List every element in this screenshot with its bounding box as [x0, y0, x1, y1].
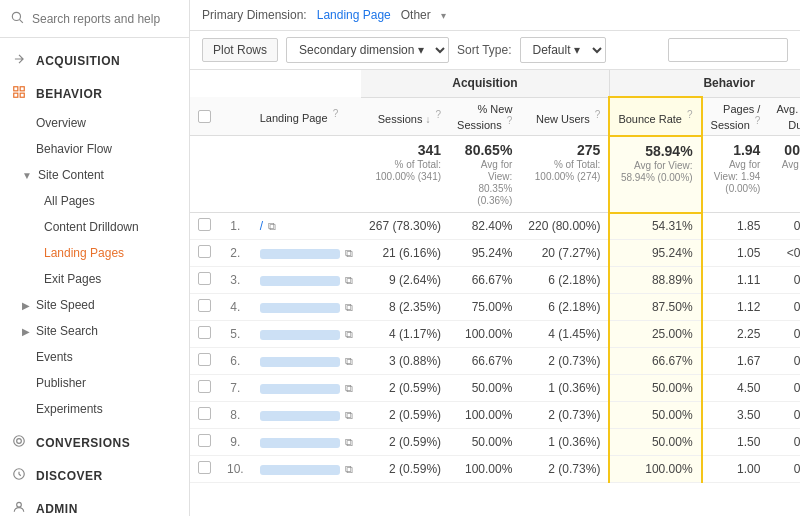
row-number: 5.	[219, 321, 252, 348]
row-page[interactable]: ⧉	[252, 429, 361, 456]
sort-type-select[interactable]: Default ▾	[520, 37, 606, 63]
sidebar-item-site-speed[interactable]: ▶ Site Speed	[0, 292, 189, 318]
sidebar-item-landing-pages[interactable]: Landing Pages	[0, 240, 189, 266]
sidebar-item-discover[interactable]: DISCOVER	[0, 459, 189, 492]
col-header-pct-new[interactable]: % NewSessions ?	[449, 97, 520, 136]
sidebar-item-content-drilldown[interactable]: Content Drilldown	[0, 214, 189, 240]
row-checkbox[interactable]	[198, 245, 211, 258]
row-page[interactable]: ⧉	[252, 321, 361, 348]
row-page[interactable]: ⧉	[252, 456, 361, 483]
row-page[interactable]: ⧉	[252, 240, 361, 267]
row-checkbox[interactable]	[198, 218, 211, 231]
sidebar-item-site-content[interactable]: ▼ Site Content	[0, 162, 189, 188]
sidebar-item-overview[interactable]: Overview	[0, 110, 189, 136]
primary-dim-value[interactable]: Landing Page	[317, 8, 391, 22]
plot-rows-button[interactable]: Plot Rows	[202, 38, 278, 62]
search-table-input[interactable]	[668, 38, 788, 62]
summary-sessions: 341	[369, 142, 441, 158]
data-table: Acquisition Behavior Landing Page ? Sess…	[190, 70, 800, 483]
row-page[interactable]: ⧉	[252, 294, 361, 321]
row-new-users: 6 (2.18%)	[520, 267, 609, 294]
row-avg-session: 00:00:07	[768, 267, 800, 294]
sidebar-item-conversions[interactable]: CONVERSIONS	[0, 426, 189, 459]
sidebar-item-events[interactable]: Events	[0, 344, 189, 370]
col-header-avg-session[interactable]: Avg. SessionDuration ?	[768, 97, 800, 136]
external-link-icon[interactable]: ⧉	[345, 382, 353, 394]
sidebar-item-all-pages[interactable]: All Pages	[0, 188, 189, 214]
sidebar-item-publisher[interactable]: Publisher	[0, 370, 189, 396]
row-pages-session: 4.50	[702, 375, 769, 402]
external-link-icon[interactable]: ⧉	[345, 436, 353, 448]
row-pct-new: 100.00%	[449, 402, 520, 429]
sidebar-item-exit-pages[interactable]: Exit Pages	[0, 266, 189, 292]
svg-rect-4	[14, 93, 18, 97]
row-checkbox[interactable]	[198, 434, 211, 447]
summary-bounce-rate: 58.94%	[618, 143, 692, 159]
sidebar-item-experiments[interactable]: Experiments	[0, 396, 189, 422]
data-table-wrap: Acquisition Behavior Landing Page ? Sess…	[190, 70, 800, 516]
row-checkbox[interactable]	[198, 299, 211, 312]
external-link-icon[interactable]: ⧉	[345, 463, 353, 475]
row-pages-session: 3.50	[702, 402, 769, 429]
sidebar-item-site-search[interactable]: ▶ Site Search	[0, 318, 189, 344]
triangle-right-icon: ▶	[22, 300, 30, 311]
row-checkbox[interactable]	[198, 326, 211, 339]
table-row: 8. ⧉2 (0.59%)100.00%2 (0.73%)50.00%3.500…	[190, 402, 800, 429]
col-header-landing-page[interactable]: Landing Page ?	[252, 97, 361, 136]
col-header-new-users[interactable]: New Users ?	[520, 97, 609, 136]
acquisition-icon	[12, 52, 26, 69]
row-checkbox[interactable]	[198, 407, 211, 420]
svg-rect-2	[14, 87, 18, 91]
search-input[interactable]	[32, 12, 179, 26]
sidebar-item-behavior-flow[interactable]: Behavior Flow	[0, 136, 189, 162]
external-link-icon[interactable]: ⧉	[345, 328, 353, 340]
row-checkbox[interactable]	[198, 272, 211, 285]
row-page[interactable]: ⧉	[252, 267, 361, 294]
row-checkbox[interactable]	[198, 380, 211, 393]
row-pct-new: 95.24%	[449, 240, 520, 267]
col-header-sessions[interactable]: Sessions ↓ ?	[361, 97, 449, 136]
row-sessions: 4 (1.17%)	[361, 321, 449, 348]
row-checkbox[interactable]	[198, 353, 211, 366]
external-link-icon[interactable]: ⧉	[345, 355, 353, 367]
external-link-icon[interactable]: ⧉	[268, 220, 276, 232]
row-number: 4.	[219, 294, 252, 321]
col-header-bounce-rate[interactable]: Bounce Rate ?	[609, 97, 701, 136]
other-option[interactable]: Other	[401, 8, 431, 22]
select-all-checkbox[interactable]	[198, 110, 211, 123]
row-new-users: 6 (2.18%)	[520, 294, 609, 321]
row-sessions: 2 (0.59%)	[361, 402, 449, 429]
table-row: 7. ⧉2 (0.59%)50.00%1 (0.36%)50.00%4.5000…	[190, 375, 800, 402]
row-avg-session: 00:01:24	[768, 402, 800, 429]
row-new-users: 20 (7.27%)	[520, 240, 609, 267]
external-link-icon[interactable]: ⧉	[345, 274, 353, 286]
external-link-icon[interactable]: ⧉	[345, 247, 353, 259]
summary-new-users-sub: % of Total: 100.00% (274)	[535, 159, 601, 182]
row-number: 1.	[219, 213, 252, 240]
row-sessions: 2 (0.59%)	[361, 429, 449, 456]
row-page[interactable]: / ⧉	[252, 213, 361, 240]
search-bar[interactable]	[0, 0, 189, 38]
admin-label: ADMIN	[36, 502, 78, 516]
row-checkbox[interactable]	[198, 461, 211, 474]
row-new-users: 2 (0.73%)	[520, 402, 609, 429]
external-link-icon[interactable]: ⧉	[345, 301, 353, 313]
svg-line-1	[20, 20, 23, 23]
col-header-pages-session[interactable]: Pages /Session ?	[702, 97, 769, 136]
page-path[interactable]: /	[260, 219, 263, 233]
search-icon	[10, 10, 24, 27]
external-link-icon[interactable]: ⧉	[345, 409, 353, 421]
sidebar-item-admin[interactable]: ADMIN	[0, 492, 189, 516]
sidebar-item-behavior[interactable]: BEHAVIOR	[0, 77, 189, 110]
row-sessions: 8 (2.35%)	[361, 294, 449, 321]
row-bounce-rate: 100.00%	[609, 456, 701, 483]
secondary-dimension-select[interactable]: Secondary dimension ▾	[286, 37, 449, 63]
sidebar-item-acquisition[interactable]: ACQUISITION	[0, 44, 189, 77]
row-pct-new: 66.67%	[449, 348, 520, 375]
summary-sessions-sub: % of Total: 100.00% (341)	[375, 159, 441, 182]
row-page[interactable]: ⧉	[252, 402, 361, 429]
row-page[interactable]: ⧉	[252, 375, 361, 402]
row-page[interactable]: ⧉	[252, 348, 361, 375]
row-pct-new: 50.00%	[449, 375, 520, 402]
summary-pages-session: 1.94	[711, 142, 761, 158]
